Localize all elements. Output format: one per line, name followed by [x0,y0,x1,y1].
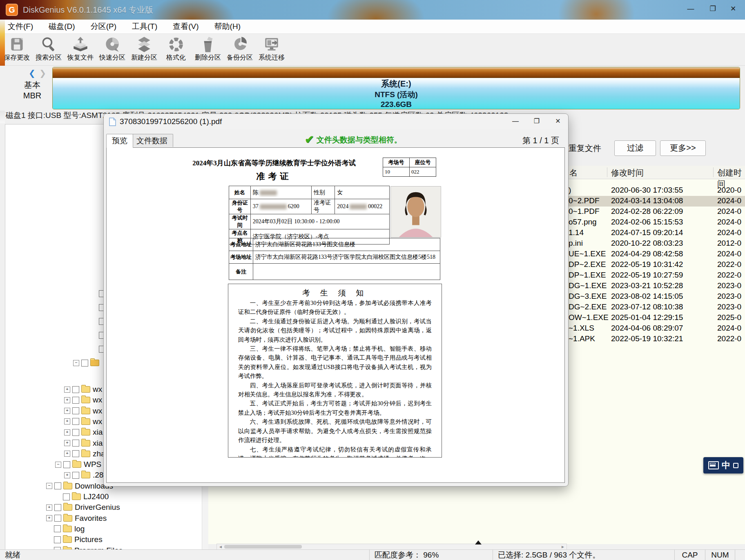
more-button[interactable]: 更多>> [660,140,706,156]
tree-checkbox[interactable] [54,482,61,489]
toolbar-items: 保存更改搜索分区恢复文件快速分区新建分区格式化删除分区备份分区系统迁移 [1,35,288,62]
dialog-title-bar[interactable]: 370830199710256200 (1).pdf — ❐ ✕ [104,114,568,129]
column-header-modified[interactable]: 修改时间 [611,167,644,178]
expand-icon[interactable]: + [64,451,70,457]
tree-checkbox[interactable] [63,493,70,500]
tree-checkbox[interactable] [72,386,79,393]
file-created-time: 2023-0 [717,292,741,301]
tree-item-log[interactable]: log [46,524,85,534]
tree-checkbox[interactable] [54,515,61,522]
dialog-close-button[interactable]: ✕ [549,114,567,129]
tree-item-xia[interactable]: +xia [64,427,103,438]
expand-icon[interactable]: + [64,440,70,446]
tree-item-wx[interactable]: +wx [64,416,102,427]
expand-icon[interactable]: + [64,429,70,436]
nav-left-arrow-icon[interactable]: ❮ [29,69,36,78]
disk-partition-bar[interactable]: 系统(E:) NTFS (活动) 223.6GB [52,67,740,109]
ime-indicator[interactable]: 中 [703,457,743,473]
expand-icon[interactable]: + [64,418,70,424]
file-name: o57.png [569,218,597,227]
expand-icon[interactable]: + [46,515,52,521]
tree-item-wx[interactable]: +wx [64,395,102,405]
tree-item--28[interactable]: +.28 [64,470,103,480]
tree-item-xia[interactable]: +xia [64,438,103,449]
expand-icon[interactable]: + [64,387,70,393]
id-number-value: 376200 [250,199,311,214]
dialog-minimize-button[interactable]: — [506,114,525,129]
tree-checkbox[interactable] [54,525,61,532]
tree-checkbox[interactable] [54,504,61,511]
file-created-time: 2022-0 [717,260,741,269]
tree-checkbox[interactable] [81,360,88,367]
tree-item-wx[interactable]: +wx [64,406,102,416]
tree-checkbox[interactable] [72,418,79,425]
menu-item[interactable]: 文件(F) [0,20,41,33]
expand-icon[interactable]: + [64,397,70,403]
tree-item-wps-o[interactable]: −WPS O [55,459,109,470]
ime-settings-icon[interactable] [733,463,738,468]
toolbar-button-search-partition[interactable]: 搜索分区 [33,35,65,62]
tree-checkbox[interactable] [54,536,61,543]
collapse-icon[interactable]: − [55,462,61,468]
toolbar-button-quick-partition[interactable]: 快速分区 [96,35,128,62]
keyboard-icon [708,461,719,469]
filter-button[interactable]: 过滤 [614,140,656,156]
menu-item[interactable]: 工具(T) [124,20,165,33]
toolbar-button-delete-partition[interactable]: 删除分区 [192,35,224,62]
tree-item-lj2400[interactable]: LJ2400 [55,491,109,502]
collapse-icon[interactable]: − [46,483,52,489]
dialog-title: 370830199710256200 (1).pdf [120,117,222,126]
tree-checkbox[interactable] [72,429,79,436]
tab-file-data[interactable]: 文件数据 [131,134,173,147]
scroll-right-arrow-icon[interactable]: ► [561,545,565,549]
status-selection-summary: 已选择: 2.5GB / 963 个文件。 [493,550,675,560]
column-separator[interactable] [713,167,714,177]
tree-checkbox[interactable] [72,450,79,457]
toolbar-button-new-partition[interactable]: 新建分区 [128,35,160,62]
menu-item[interactable]: 分区(P) [83,20,124,33]
scrollbar-thumb[interactable] [224,545,302,549]
nav-right-arrow-icon[interactable]: ❯ [39,69,46,78]
column-separator[interactable] [607,167,607,177]
partition-nav-arrows[interactable]: ❮ ❯ [29,68,46,78]
column-header-name[interactable]: 名 [569,167,578,178]
expand-icon[interactable]: + [64,472,70,478]
scroll-left-arrow-icon[interactable]: ◄ [219,545,223,549]
tab-preview[interactable]: 预览 [106,134,133,148]
menu-item[interactable]: 查看(V) [165,20,206,33]
menu-item[interactable]: 帮助(H) [207,20,248,33]
tree-item-wx[interactable]: +wx [64,384,102,395]
toolbar-button-format[interactable]: 格式化 [160,35,192,62]
dialog-maximize-button[interactable]: ❐ [527,114,546,129]
tree-item[interactable]: − [73,358,102,368]
menu-item[interactable]: 磁盘(D) [41,20,83,33]
tree-checkbox[interactable] [63,461,70,468]
tree-item-label: xia [93,428,103,437]
tree-item-favorites[interactable]: +Favorites [46,513,107,524]
tree-checkbox[interactable] [72,397,79,404]
recover-files-icon [71,36,90,53]
partition-block[interactable]: 系统(E:) NTFS (活动) 223.6GB [53,78,740,109]
ime-language-badge[interactable]: 中 [722,460,730,471]
tree-item-label: wx [93,385,102,394]
expand-icon[interactable]: + [46,504,52,511]
pdf-preview-area[interactable]: 2024年3月山东省高等学历继续教育学士学位外语考试 准考证 考场号 座位号 1… [106,147,565,483]
toolbar-button-system-migrate[interactable]: 系统迁移 [256,35,288,62]
tree-checkbox[interactable] [72,472,79,479]
toolbar-button-recover-files[interactable]: 恢复文件 [65,35,96,62]
window-maximize-button[interactable]: ❐ [703,2,722,16]
window-minimize-button[interactable]: — [681,2,700,16]
collapse-icon[interactable]: − [73,360,79,366]
tree-item-pictures[interactable]: Pictures [46,534,103,545]
file-created-time: 2023-0 [717,281,741,290]
tree-checkbox[interactable] [72,407,79,414]
splitter-arrow-icon[interactable] [475,540,482,544]
toolbar-button-backup-partition[interactable]: 备份分区 [224,35,256,62]
expand-icon[interactable]: + [64,408,70,414]
window-close-button[interactable]: ✕ [724,2,743,16]
tree-item-zha[interactable]: +zha [64,449,105,459]
tree-item-drivergenius[interactable]: +DriverGenius [46,502,120,513]
file-modified-time: 2024-04-06 08:29:07 [611,324,683,333]
tree-checkbox[interactable] [72,440,79,447]
toolbar-button-save[interactable]: 保存更改 [1,35,33,62]
